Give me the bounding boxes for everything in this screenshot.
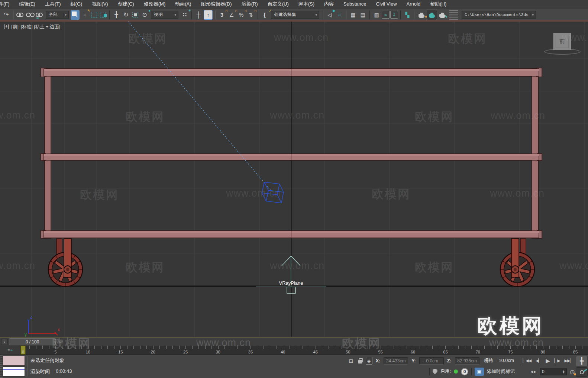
select-and-move-icon[interactable]: ╋ [112,10,121,20]
menu-item[interactable]: 脚本(S) [294,0,319,8]
isolate-selection-icon[interactable]: ⊡ [348,358,355,364]
cart-rail-middle[interactable] [41,154,542,161]
toggle-scene-explorer-icon[interactable]: ▦ [349,10,358,20]
menu-item[interactable]: 编辑(E) [14,0,40,8]
menu-item[interactable]: 动画(A) [170,0,196,8]
curve-editor-icon[interactable]: ≈ [382,11,390,19]
z-coord-field[interactable]: 82.936cm [455,357,479,365]
menu-item[interactable]: 图形编辑器(D) [196,0,237,8]
goto-end-button[interactable]: ▶▶▏ [563,357,575,365]
spinner-snap-icon[interactable]: ⇅∩ [246,10,255,20]
previous-frame-arrow[interactable]: ‹ [1,339,8,345]
menu-item[interactable]: 组(G) [66,0,87,8]
percent-snap-icon[interactable]: %∩ [237,10,246,20]
redo-icon[interactable]: ↷ [2,10,11,20]
named-selection-sets-dropdown[interactable]: 创建选择集▾ [271,11,319,19]
time-tag-cube-icon[interactable]: ▣ [475,368,484,376]
caster-right[interactable] [500,239,534,287]
status-bar-grip[interactable] [0,355,3,378]
add-time-tag[interactable]: 添加时间标记 [487,368,515,375]
macro-recorder-mini[interactable] [3,356,25,366]
select-and-place-icon[interactable]: ⊙● [140,10,149,20]
frame-field-spinner[interactable]: ▲▼ [562,370,565,374]
goto-start-button[interactable]: ▏◀◀ [521,357,533,365]
track-bar[interactable]: ≡≈ 0510152025303540455055606570758085 [0,346,588,355]
align-icon[interactable]: ≡ [335,10,344,20]
selection-filter-dropdown[interactable]: 全部▾ [46,11,69,19]
current-frame-field[interactable]: 0 ▲▼ [540,368,567,375]
time-slider-thumb[interactable]: 0 / 100 [9,338,56,345]
viewport-front[interactable]: VRayPlane z x y [+] [前] [标准] [粘土 + 边面] 前 [0,22,588,337]
menu-item[interactable]: 创建(C) [113,0,139,8]
play-button[interactable]: ▶ [544,356,552,366]
cart-rail-bottom[interactable] [41,230,542,238]
toggle-ribbon-icon[interactable]: ▥ [372,10,381,20]
rendered-frame-window-icon[interactable] [427,10,437,20]
scene-safety-shield-icon[interactable] [433,369,437,374]
listener-splitter[interactable] [27,356,28,376]
maxscript-mini-listener[interactable] [3,366,25,377]
unlink-selection-icon[interactable] [25,10,34,20]
menu-item[interactable]: Arnold [402,0,426,8]
absolute-mode-icon[interactable]: ◈ [366,357,372,365]
window-crossing-toggle-icon[interactable] [100,12,106,17]
angle-snap-icon[interactable]: ∠∩ [227,10,236,20]
select-object-icon[interactable]: ↖ [71,10,80,20]
use-pivot-point-center-icon[interactable]: ∷+ [180,10,189,20]
cart-rail-top[interactable] [41,68,542,77]
schematic-view-icon[interactable]: ↧ [390,11,398,19]
select-and-manipulate-icon[interactable]: ┼ [194,10,203,20]
viewport-menu-general[interactable]: [+] [4,24,9,30]
select-and-scale-icon[interactable] [132,12,138,17]
safe-scene-count-badge[interactable]: 0 [461,368,468,375]
project-folder-dropdown[interactable]: C:\Users\Han\Documents\3ds Max 2022▾ [462,11,536,19]
toolbar-grip-icon[interactable] [449,10,458,20]
x-coord-field[interactable]: 24.433cm [384,357,408,365]
menu-item[interactable]: 帮助(H) [425,0,451,8]
viewport-label: [+] [前] [标准] [粘土 + 边面] [4,24,60,30]
chevron-down-icon[interactable]: ▾ [63,13,68,17]
selection-lock-icon[interactable] [358,360,362,364]
caster-left[interactable] [48,239,83,287]
select-and-rotate-icon[interactable]: ↻ [122,10,130,20]
snaps-toggle-3d-icon[interactable]: 3∩ [217,10,226,20]
frame-spinner-arrows[interactable]: ◀▶ [530,370,537,374]
keyboard-shortcut-override-icon[interactable]: ↑ [204,10,213,20]
time-configuration-icon[interactable]: ◷ [570,368,575,375]
render-production-icon[interactable]: ϟ [437,10,447,20]
set-key-button[interactable] [576,367,588,377]
key-mode-toggle-button[interactable]: ╋ [576,356,588,366]
material-editor-icon[interactable]: ▚ [403,10,412,20]
next-frame-arrow[interactable]: › [56,339,63,345]
mirror-icon[interactable]: ◁▶ [325,10,334,20]
menu-item[interactable]: 渲染(R) [237,0,263,8]
bind-to-space-warp-icon[interactable]: ≋ [35,10,44,20]
menu-item[interactable]: Civil View [371,0,402,8]
rectangular-selection-region-icon[interactable] [91,12,97,17]
previous-frame-button[interactable]: ◀▏ [534,357,543,365]
reference-coordinate-system-dropdown[interactable]: 视图▾ [151,11,178,19]
track-bar-options[interactable]: ≡≈ [0,346,20,355]
toggle-layer-explorer-icon[interactable]: ▤ [358,10,367,20]
time-slider-track[interactable]: ‹ 0 / 100 › [0,337,588,346]
chevron-down-icon[interactable]: ▾ [173,13,177,17]
menu-item[interactable]: 内容 [319,0,339,8]
menu-item[interactable]: 工具(T) [40,0,66,8]
next-frame-button[interactable]: ▏▶ [553,357,562,365]
render-setup-icon[interactable]: * [417,10,426,20]
chevron-down-icon[interactable]: ▾ [314,13,318,17]
menu-item[interactable]: 文件(F) [0,0,14,8]
viewport-menu-shading[interactable]: [标准] [粘土 + 边面] [21,24,61,30]
menu-item[interactable]: Substance [339,0,371,8]
menu-item[interactable]: 自定义(U) [263,0,294,8]
viewcube[interactable]: 前 [553,33,571,50]
curve-toggle-icon[interactable]: ≡≈ [7,348,12,352]
select-and-link-icon[interactable] [16,10,25,20]
select-by-name-icon[interactable]: ≡↖ [80,10,89,20]
menu-item[interactable]: 修改器(M) [139,0,171,8]
edit-named-selection-sets-icon[interactable]: {∕ [260,10,269,20]
menu-item[interactable]: 视图(V) [87,0,113,8]
chevron-down-icon[interactable]: ▾ [530,13,535,17]
y-coord-field[interactable]: -0.0cm [419,357,444,365]
viewport-menu-pov[interactable]: [前] [11,24,18,30]
